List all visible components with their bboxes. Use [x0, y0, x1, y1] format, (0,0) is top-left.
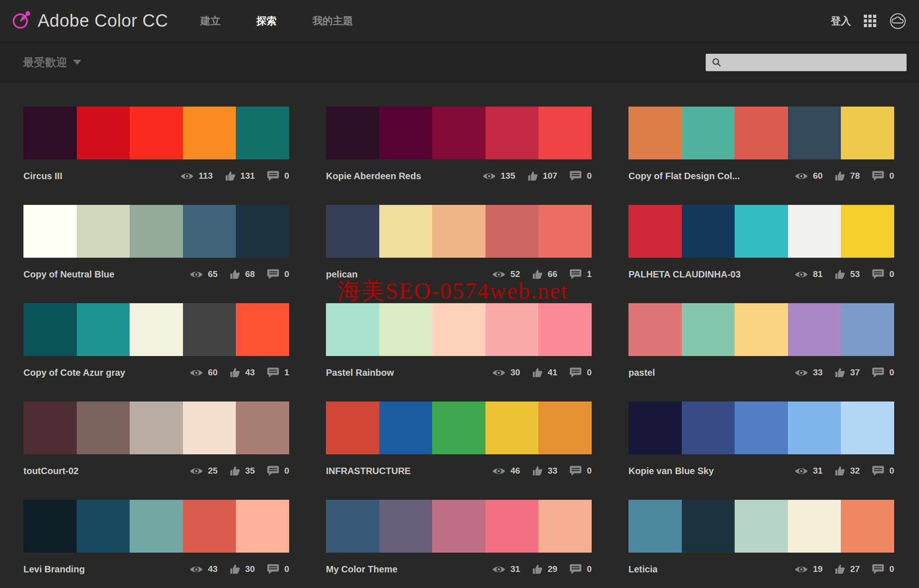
palette-card[interactable]: Pastel Rainbow 30 41: [326, 303, 592, 379]
comments-stat[interactable]: 1: [569, 269, 592, 280]
swatch[interactable]: [130, 500, 183, 553]
comments-stat[interactable]: 0: [569, 367, 592, 378]
likes-stat[interactable]: 68: [229, 269, 255, 280]
sign-in-button[interactable]: 登入: [831, 14, 851, 28]
swatch-row[interactable]: [23, 303, 289, 356]
swatch[interactable]: [432, 500, 485, 553]
palette-card[interactable]: Copy of Cote Azur gray 60 43: [23, 303, 289, 379]
swatch[interactable]: [379, 205, 433, 258]
palette-card[interactable]: My Color Theme 31 29: [326, 500, 592, 576]
palette-title[interactable]: Kopie van Blue Sky: [628, 466, 714, 476]
swatch[interactable]: [735, 303, 788, 356]
likes-stat[interactable]: 131: [225, 170, 255, 181]
comments-stat[interactable]: 0: [872, 465, 894, 476]
swatch-row[interactable]: [326, 107, 592, 159]
likes-stat[interactable]: 107: [527, 170, 558, 181]
swatch[interactable]: [432, 205, 485, 258]
comments-stat[interactable]: 0: [267, 465, 289, 476]
likes-stat[interactable]: 43: [229, 367, 255, 378]
swatch[interactable]: [236, 205, 289, 258]
swatch[interactable]: [236, 107, 289, 159]
swatch[interactable]: [628, 401, 682, 454]
swatch[interactable]: [628, 107, 682, 159]
swatch[interactable]: [628, 205, 682, 258]
swatch[interactable]: [485, 401, 539, 454]
palette-title[interactable]: PALHETA CLAUDINHA-03: [628, 269, 741, 280]
search-input[interactable]: [706, 54, 907, 71]
swatch[interactable]: [628, 500, 682, 553]
swatch[interactable]: [23, 107, 77, 159]
swatch[interactable]: [130, 205, 183, 258]
palette-title[interactable]: pastel: [628, 368, 655, 378]
palette-card[interactable]: Kopie Aberdeen Reds 135 107: [326, 107, 592, 182]
swatch[interactable]: [538, 107, 592, 159]
palette-title[interactable]: toutCourt-02: [23, 466, 79, 476]
swatch[interactable]: [628, 303, 682, 356]
swatch[interactable]: [236, 401, 289, 454]
likes-stat[interactable]: 33: [532, 465, 557, 476]
swatch[interactable]: [379, 401, 433, 454]
swatch[interactable]: [788, 500, 841, 553]
likes-stat[interactable]: 78: [834, 170, 860, 181]
swatch[interactable]: [183, 205, 236, 258]
likes-stat[interactable]: 35: [229, 465, 255, 476]
swatch[interactable]: [538, 500, 592, 553]
swatch[interactable]: [326, 500, 379, 553]
swatch[interactable]: [485, 107, 539, 159]
swatch[interactable]: [538, 303, 592, 356]
swatch-row[interactable]: [628, 500, 894, 553]
swatch-row[interactable]: [628, 205, 894, 258]
swatch[interactable]: [788, 401, 841, 454]
palette-title[interactable]: Copy of Flat Design Col...: [628, 171, 740, 181]
swatch[interactable]: [77, 107, 130, 159]
swatch-row[interactable]: [326, 500, 592, 553]
comments-stat[interactable]: 1: [267, 367, 289, 378]
swatch[interactable]: [788, 205, 841, 258]
palette-card[interactable]: Copy of Flat Design Col... 60 78: [628, 107, 894, 182]
likes-stat[interactable]: 37: [834, 367, 860, 378]
swatch[interactable]: [23, 205, 77, 258]
swatch[interactable]: [788, 303, 841, 356]
swatch[interactable]: [735, 205, 788, 258]
swatch[interactable]: [326, 401, 379, 454]
swatch[interactable]: [432, 107, 485, 159]
palette-card[interactable]: INFRASTRUCTURE 46 33: [326, 401, 592, 477]
swatch[interactable]: [735, 401, 788, 454]
swatch[interactable]: [841, 303, 894, 356]
nav-item-explore[interactable]: 探索: [257, 14, 277, 28]
swatch[interactable]: [130, 107, 183, 159]
likes-stat[interactable]: 32: [834, 465, 860, 476]
swatch[interactable]: [183, 401, 236, 454]
swatch[interactable]: [841, 107, 894, 159]
swatch[interactable]: [379, 107, 433, 159]
swatch-row[interactable]: [23, 401, 289, 454]
swatch[interactable]: [183, 107, 236, 159]
likes-stat[interactable]: 41: [532, 367, 557, 378]
comments-stat[interactable]: 0: [872, 269, 894, 280]
swatch[interactable]: [130, 401, 183, 454]
comments-stat[interactable]: 0: [267, 269, 289, 280]
swatch[interactable]: [77, 500, 130, 553]
swatch[interactable]: [538, 401, 592, 454]
palette-title[interactable]: Circus III: [23, 171, 62, 181]
swatch[interactable]: [841, 500, 894, 553]
swatch[interactable]: [326, 205, 379, 258]
likes-stat[interactable]: 30: [229, 564, 255, 575]
swatch[interactable]: [485, 500, 539, 553]
swatch[interactable]: [379, 303, 433, 356]
palette-card[interactable]: PALHETA CLAUDINHA-03 81 53: [628, 205, 894, 281]
swatch-row[interactable]: [23, 107, 289, 159]
swatch[interactable]: [432, 401, 485, 454]
swatch[interactable]: [326, 107, 379, 159]
swatch-row[interactable]: [326, 205, 592, 258]
palette-title[interactable]: Copy of Neutral Blue: [23, 269, 114, 280]
palette-card[interactable]: Kopie van Blue Sky 31 32: [628, 401, 894, 477]
palette-title[interactable]: Copy of Cote Azur gray: [23, 368, 126, 378]
swatch-row[interactable]: [326, 401, 592, 454]
swatch[interactable]: [23, 303, 77, 356]
comments-stat[interactable]: 0: [267, 170, 289, 181]
swatch-row[interactable]: [628, 107, 894, 159]
palette-title[interactable]: Pastel Rainbow: [326, 368, 394, 378]
palette-title[interactable]: Kopie Aberdeen Reds: [326, 171, 421, 181]
swatch[interactable]: [77, 205, 130, 258]
